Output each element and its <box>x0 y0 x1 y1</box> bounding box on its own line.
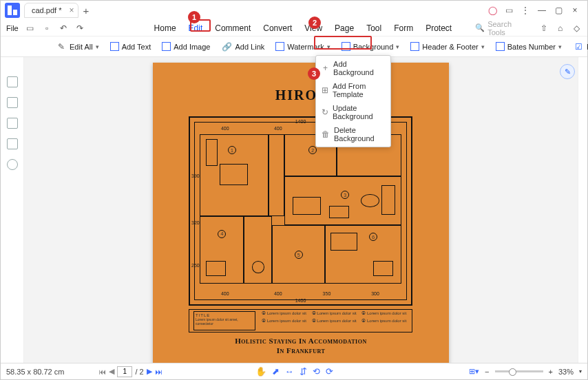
tab-home[interactable]: Home <box>154 23 176 33</box>
info-title-text: Lorem ipsum dolor sit amet, consectetur <box>196 317 253 326</box>
header-footer-icon <box>410 42 419 51</box>
tab-label: cad.pdf * <box>32 6 61 14</box>
maximize-icon[interactable]: ▢ <box>550 6 567 15</box>
view-mode-icon[interactable]: ⊞▾ <box>469 367 479 376</box>
attachments-icon[interactable] <box>7 138 18 149</box>
share-icon[interactable]: ⇧ <box>538 23 548 33</box>
zoom-slider[interactable] <box>495 370 543 372</box>
select-tool-icon[interactable]: ⬈ <box>272 366 280 377</box>
fit-width-icon[interactable]: ↔ <box>285 366 294 377</box>
account-icon[interactable]: ◯ <box>484 6 501 15</box>
plus-icon: + <box>322 63 329 73</box>
add-image-button[interactable]: Add Image <box>162 42 210 51</box>
add-tab-button[interactable]: + <box>83 5 89 17</box>
page-total: / 2 <box>135 368 143 376</box>
page-size: 58.35 x 80.72 cm <box>6 368 64 376</box>
dropdown-update-background[interactable]: ↻Update Background <box>316 101 390 123</box>
add-text-button[interactable]: Add Text <box>110 42 151 51</box>
header-footer-button[interactable]: Header & Footer▾ <box>410 42 484 51</box>
step-indicator-2: 2 <box>308 17 321 29</box>
template-icon: ⊞ <box>322 85 328 95</box>
thumbnails-icon[interactable] <box>7 76 18 87</box>
close-window-icon[interactable]: × <box>567 6 583 15</box>
comments-icon[interactable] <box>7 118 18 129</box>
background-icon <box>342 42 350 51</box>
ribbon: ✎Edit All▾ Add Text Add Image 🔗Add Link … <box>1 36 587 57</box>
present-icon[interactable]: ▭ <box>501 6 517 15</box>
zoom-value: 33% <box>558 368 574 376</box>
text-icon <box>110 42 119 51</box>
page-input[interactable] <box>117 366 132 377</box>
undo-icon[interactable]: ↶ <box>59 23 68 33</box>
doc-title: HIROS <box>153 87 449 103</box>
edit-all-button[interactable]: ✎Edit All▾ <box>56 42 99 52</box>
edit-icon: ✎ <box>56 42 67 52</box>
add-link-button[interactable]: 🔗Add Link <box>221 42 264 52</box>
scrollbar[interactable] <box>578 57 587 363</box>
image-icon <box>162 42 171 51</box>
dropdown-add-from-template[interactable]: ⊞Add From Template <box>316 79 390 101</box>
fit-page-icon[interactable]: ⇵ <box>300 366 307 377</box>
help-icon[interactable]: ◇ <box>572 23 582 33</box>
last-page-icon[interactable]: ⏭ <box>155 368 162 376</box>
search-icon: 🔍 <box>475 23 485 32</box>
view-tools: ✋ ⬈ ↔ ⇵ ⟲ ⟳ <box>255 366 333 377</box>
next-page-icon[interactable]: ▶ <box>147 367 152 376</box>
dropdown-delete-background[interactable]: 🗑Delete Background <box>316 123 390 145</box>
menu-bar: File ▭ ▫ ↶ ↷ Home Edit Comment Convert V… <box>1 20 587 36</box>
file-menu[interactable]: File <box>6 24 19 32</box>
cloud-icon[interactable]: ⌂ <box>556 23 565 33</box>
document-canvas[interactable]: HIROS 1400 400 400 350 300 390 320 250 4… <box>24 57 578 363</box>
left-sidebar <box>1 57 24 363</box>
zoom-out-icon[interactable]: − <box>485 368 489 376</box>
room-num-5: 5 <box>295 251 303 259</box>
read-button[interactable]: ☑Read <box>573 42 588 52</box>
bates-number-button[interactable]: Bates Number▾ <box>496 42 562 51</box>
tab-convert[interactable]: Convert <box>263 23 292 33</box>
page-1: HIROS 1400 400 400 350 300 390 320 250 4… <box>153 63 449 363</box>
more-icon[interactable]: ⋮ <box>517 6 534 15</box>
step-indicator-1: 1 <box>188 11 200 23</box>
rotate-cw-icon[interactable]: ⟳ <box>326 366 333 377</box>
search-placeholder: Search Tools <box>487 20 525 36</box>
trash-icon: 🗑 <box>322 129 330 139</box>
doc-footer-line1: Holistic Staying In Accommodation <box>153 337 449 345</box>
background-dropdown: +Add Background ⊞Add From Template ↻Upda… <box>315 55 391 147</box>
document-tab[interactable]: cad.pdf * × <box>24 3 78 18</box>
redo-icon[interactable]: ↷ <box>75 23 85 33</box>
link-icon: 🔗 <box>221 42 232 52</box>
tab-comment[interactable]: Comment <box>215 23 251 33</box>
prev-page-icon[interactable]: ◀ <box>109 367 114 376</box>
dropdown-add-background[interactable]: +Add Background <box>316 57 390 79</box>
tab-protect[interactable]: Protect <box>426 23 452 33</box>
floating-tool-button[interactable]: ✎ <box>560 64 575 79</box>
first-page-icon[interactable]: ⏮ <box>98 368 106 376</box>
title-bar: cad.pdf * × + ◯ ▭ ⋮ — ▢ × <box>1 1 587 20</box>
rotate-ccw-icon[interactable]: ⟲ <box>313 366 320 377</box>
tab-page[interactable]: Page <box>335 23 354 33</box>
status-bar: 58.35 x 80.72 cm ⏮ ◀ / 2 ▶ ⏭ ✋ ⬈ ↔ ⇵ ⟲ ⟳… <box>1 363 587 379</box>
refresh-icon: ↻ <box>322 107 328 117</box>
open-icon[interactable]: ▭ <box>25 23 35 33</box>
save-icon[interactable]: ▫ <box>42 23 52 33</box>
info-grid: Lorem ipsum dolor sitLorem ipsum dolor s… <box>262 311 408 330</box>
tab-edit[interactable]: Edit <box>189 23 203 33</box>
minimize-icon[interactable]: — <box>534 6 550 15</box>
zoom-in-icon[interactable]: + <box>549 368 553 376</box>
zoom-dropdown-icon[interactable]: ▾ <box>579 368 582 374</box>
hand-tool-icon[interactable]: ✋ <box>255 366 266 377</box>
background-button[interactable]: Background▾ <box>342 42 400 51</box>
tab-tool[interactable]: Tool <box>366 23 381 33</box>
info-band: TITLE Lorem ipsum dolor sit amet, consec… <box>189 309 412 332</box>
close-tab-icon[interactable]: × <box>69 6 74 15</box>
app-logo-icon <box>5 3 20 18</box>
watermark-button[interactable]: Watermark▾ <box>275 42 330 51</box>
bookmarks-icon[interactable] <box>7 97 18 108</box>
search-tools[interactable]: 🔍 Search Tools <box>475 20 525 36</box>
watermark-icon <box>275 42 284 51</box>
search-panel-icon[interactable] <box>7 159 18 170</box>
read-icon: ☑ <box>573 42 584 52</box>
tab-form[interactable]: Form <box>394 23 413 33</box>
bates-icon <box>496 42 505 51</box>
step-indicator-3: 3 <box>308 67 320 80</box>
